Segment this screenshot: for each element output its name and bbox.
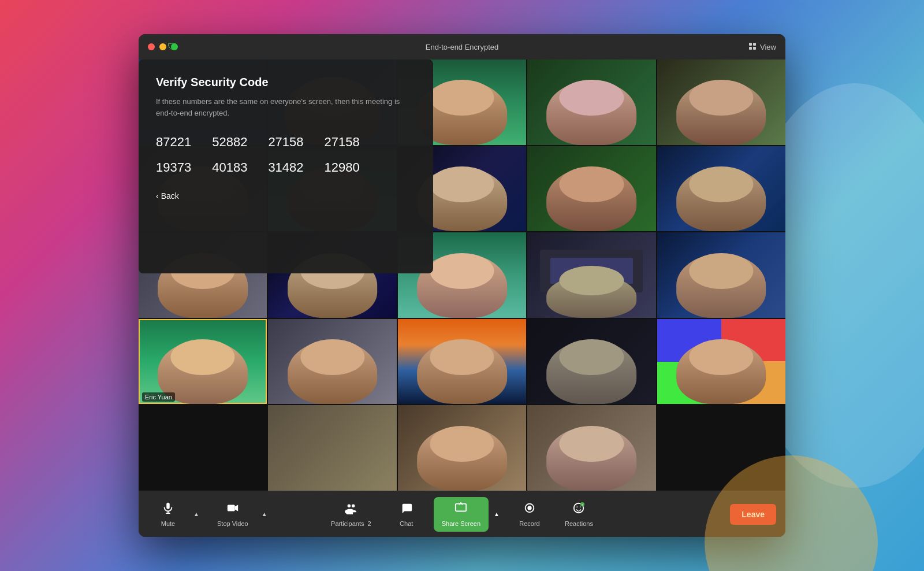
- video-cell-2-5: [657, 146, 785, 232]
- leave-button[interactable]: Leave: [730, 504, 776, 525]
- video-cell-1-5: [657, 60, 785, 145]
- participants-label: Participants 2: [331, 520, 371, 527]
- shield-icon: 🛡: [167, 42, 177, 52]
- toolbar-right: Leave: [730, 491, 785, 537]
- reactions-icon: +: [572, 502, 585, 518]
- record-icon: [523, 502, 536, 518]
- video-cell-4-3: [398, 319, 526, 405]
- svg-point-14: [577, 506, 578, 507]
- share-screen-icon: [454, 502, 467, 518]
- reactions-label: Reactions: [565, 520, 593, 527]
- back-chevron-icon: ‹: [156, 191, 159, 201]
- svg-point-8: [347, 504, 351, 507]
- participants-button[interactable]: Participants 2: [323, 497, 379, 532]
- view-label: View: [760, 43, 776, 51]
- video-cell-4-1: Eric Yuan: [139, 319, 267, 405]
- code-5: 19373: [156, 160, 191, 175]
- minimize-button[interactable]: [159, 43, 166, 50]
- video-cell-3-4: [527, 232, 655, 318]
- video-cell-4-4: [527, 319, 655, 405]
- back-label: Back: [161, 191, 179, 201]
- video-cell-3-5: [657, 232, 785, 318]
- svg-point-12: [527, 506, 531, 510]
- svg-point-9: [352, 504, 355, 507]
- code-row-2: 19373 40183 31482 12980: [156, 160, 416, 175]
- share-screen-label: Share Screen: [442, 520, 480, 527]
- svg-rect-3: [753, 47, 756, 50]
- svg-rect-10: [456, 503, 466, 511]
- security-desc: If these numbers are the same on everyon…: [156, 96, 416, 118]
- svg-rect-4: [166, 502, 170, 509]
- code-4: 27158: [325, 135, 360, 150]
- mute-button[interactable]: Mute: [148, 497, 188, 532]
- code-8: 12980: [325, 160, 360, 175]
- grid-icon: [748, 42, 758, 51]
- close-button[interactable]: [148, 43, 155, 50]
- code-row-1: 87221 52882 27158 27158: [156, 135, 416, 150]
- stop-video-button[interactable]: Stop Video: [209, 497, 256, 532]
- record-label: Record: [519, 520, 539, 527]
- svg-rect-1: [753, 43, 756, 46]
- chat-label: Chat: [400, 520, 413, 527]
- security-overlay: Verify Security Code If these numbers ar…: [139, 60, 433, 273]
- mute-label: Mute: [161, 520, 175, 527]
- share-caret[interactable]: ▲: [491, 503, 502, 526]
- code-6: 40183: [212, 160, 247, 175]
- security-title: Verify Security Code: [156, 76, 416, 89]
- app-window: 🛡 End-to-end Encrypted View Verify Secur…: [139, 34, 785, 537]
- stop-video-label: Stop Video: [217, 520, 248, 527]
- participant-name-eric-yuan: Eric Yuan: [142, 392, 175, 402]
- video-area: Verify Security Code If these numbers ar…: [139, 60, 785, 491]
- back-button[interactable]: ‹ Back: [156, 191, 416, 201]
- toolbar: Mute ▲ Stop Video ▲: [139, 491, 785, 537]
- video-icon: [226, 502, 239, 518]
- view-button[interactable]: View: [748, 42, 776, 51]
- video-cell-4-5: [657, 319, 785, 405]
- window-title: End-to-end Encrypted: [426, 43, 498, 51]
- code-grid: 87221 52882 27158 27158 19373 40183 3148…: [156, 135, 416, 175]
- svg-rect-0: [749, 43, 752, 46]
- mute-caret[interactable]: ▲: [191, 503, 202, 526]
- microphone-icon: [162, 502, 174, 518]
- toolbar-center: Participants 2 Chat: [323, 497, 601, 532]
- video-cell-5-3: [527, 405, 655, 491]
- video-cell-5-1: [268, 405, 396, 491]
- svg-rect-2: [749, 47, 752, 50]
- reactions-button[interactable]: + Reactions: [557, 497, 601, 532]
- code-3: 27158: [268, 135, 303, 150]
- video-cell-5-2: [398, 405, 526, 491]
- share-screen-button[interactable]: Share Screen: [434, 497, 489, 532]
- code-7: 31482: [268, 160, 303, 175]
- video-cell-4-2: [268, 319, 396, 405]
- svg-point-15: [580, 506, 581, 507]
- title-bar: 🛡 End-to-end Encrypted View: [139, 34, 785, 60]
- video-cell-2-4: [527, 146, 655, 232]
- chat-icon: [400, 502, 413, 518]
- record-button[interactable]: Record: [509, 497, 550, 532]
- code-2: 52882: [212, 135, 247, 150]
- svg-rect-7: [228, 505, 235, 511]
- chat-button[interactable]: Chat: [386, 497, 427, 532]
- toolbar-left: Mute ▲ Stop Video ▲: [139, 491, 270, 537]
- participants-icon: [345, 502, 357, 518]
- code-1: 87221: [156, 135, 191, 150]
- svg-text:+: +: [582, 503, 583, 506]
- video-caret[interactable]: ▲: [259, 503, 270, 526]
- participants-count: 2: [368, 520, 371, 527]
- video-cell-1-4: [527, 60, 655, 145]
